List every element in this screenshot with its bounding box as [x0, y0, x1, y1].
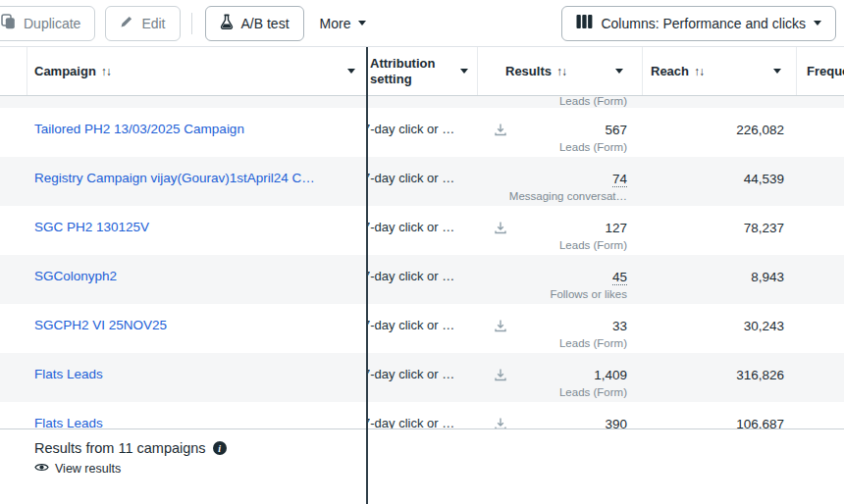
table-row[interactable]: Registry Campaign vijay(Gourav)1stApril2…: [0, 157, 844, 206]
table-row[interactable]: Leads (Form): [0, 96, 844, 108]
flask-icon: [220, 14, 234, 32]
reach-value: 226,082: [643, 122, 784, 138]
download-icon[interactable]: [495, 418, 506, 428]
chevron-down-icon[interactable]: [773, 69, 781, 74]
results-type-label: Follows or likes: [478, 288, 627, 301]
chevron-down-icon[interactable]: [347, 69, 355, 74]
columns-icon: [576, 15, 593, 31]
column-header-results[interactable]: Results ↑↓: [478, 47, 643, 95]
frequency-cell: [797, 108, 844, 157]
more-label: More: [320, 16, 351, 31]
campaign-link[interactable]: SGC PH2 130125V: [34, 220, 149, 234]
frozen-column-divider[interactable]: [366, 47, 368, 504]
table-row[interactable]: Flats Leads 7-day click or … 390 106,687: [0, 402, 844, 428]
column-header-frequency[interactable]: Frequency: [797, 47, 844, 95]
column-header-reach[interactable]: Reach ↑↓: [643, 47, 797, 95]
reach-cell: 78,237: [643, 206, 797, 255]
column-header-campaign[interactable]: Campaign ↑↓: [27, 47, 368, 95]
attribution-cell: 7-day click or …: [368, 157, 478, 206]
attribution-value: 7-day click or …: [368, 122, 454, 136]
campaign-cell: Flats Leads: [0, 353, 368, 402]
reach-cell: 44,539: [643, 157, 797, 206]
frequency-column-label: Frequency: [807, 64, 844, 78]
pencil-icon: [120, 15, 133, 31]
table-row[interactable]: SGColonyph2 7-day click or … 45 Follows …: [0, 255, 844, 304]
results-cell: 45 Follows or likes: [478, 255, 643, 304]
attribution-cell: [368, 96, 478, 108]
table-row[interactable]: SGC PH2 130125V 7-day click or … 127 Lea…: [0, 206, 844, 255]
sort-icon[interactable]: ↑↓: [556, 65, 566, 78]
campaign-link[interactable]: Flats Leads: [34, 416, 103, 428]
campaign-link[interactable]: Registry Campaign vijay(Gourav)1stApril2…: [34, 171, 315, 185]
table-row[interactable]: Flats Leads 7-day click or … 1,409 Leads…: [0, 353, 844, 402]
view-results-button[interactable]: View results: [34, 462, 844, 476]
select-all-cell[interactable]: [0, 47, 27, 95]
columns-label: Columns: Performance and clicks: [601, 16, 806, 31]
reach-cell: [643, 96, 797, 108]
chevron-down-icon: [814, 21, 821, 25]
attribution-cell: 7-day click or …: [368, 402, 478, 428]
attribution-value: 7-day click or …: [368, 220, 454, 234]
reach-value: 8,943: [643, 269, 784, 285]
frequency-cell: [797, 402, 844, 428]
attribution-value: 7-day click or …: [368, 171, 454, 185]
results-cell: 1,409 Leads (Form): [478, 353, 643, 402]
campaign-cell: SGColonyph2: [0, 255, 368, 304]
attribution-value: 7-day click or …: [368, 318, 454, 332]
more-button[interactable]: More: [310, 6, 377, 41]
results-type-label: Leads (Form): [478, 141, 627, 154]
reach-cell: 316,826: [643, 353, 797, 402]
reach-value: 78,237: [643, 220, 784, 236]
table-row[interactable]: Tailored PH2 13/03/2025 Campaign 7-day c…: [0, 108, 844, 157]
campaign-cell: [0, 96, 368, 108]
sort-icon[interactable]: ↑↓: [101, 65, 111, 78]
frequency-cell: [797, 206, 844, 255]
attribution-cell: 7-day click or …: [368, 304, 478, 353]
campaign-link[interactable]: Tailored PH2 13/03/2025 Campaign: [34, 122, 244, 136]
attribution-value: 7-day click or …: [368, 367, 454, 381]
chevron-down-icon[interactable]: [615, 69, 623, 74]
columns-dropdown-button[interactable]: Columns: Performance and clicks: [561, 6, 836, 41]
results-value: 45: [478, 269, 627, 285]
duplicate-icon: [1, 14, 16, 32]
reach-cell: 8,943: [643, 255, 797, 304]
campaign-link[interactable]: SGCPH2 VI 25NOV25: [34, 318, 167, 332]
results-cell: 74 Messaging conversat…: [478, 157, 643, 206]
campaign-cell: Registry Campaign vijay(Gourav)1stApril2…: [0, 157, 368, 206]
attribution-cell: 7-day click or …: [368, 255, 478, 304]
reach-value: 44,539: [643, 171, 784, 187]
ab-test-button[interactable]: A/B test: [205, 6, 304, 41]
view-results-label: View results: [55, 462, 121, 476]
attribution-value: 7-day click or …: [368, 269, 454, 283]
attribution-column-label: Attribution setting: [370, 56, 445, 87]
ads-manager-campaign-table: Duplicate Edit A/B test More Columns: Pe…: [0, 0, 844, 504]
results-cell: 33 Leads (Form): [478, 304, 643, 353]
chevron-down-icon: [358, 21, 366, 25]
sort-icon[interactable]: ↑↓: [694, 65, 704, 78]
results-footer: Results from 11 campaigns i View results: [0, 428, 844, 504]
download-icon[interactable]: [495, 369, 506, 384]
ab-test-label: A/B test: [241, 16, 290, 31]
campaign-cell: SGCPH2 VI 25NOV25: [0, 304, 368, 353]
toolbar: Duplicate Edit A/B test More Columns: Pe…: [0, 0, 844, 47]
attribution-cell: 7-day click or …: [368, 206, 478, 255]
download-icon[interactable]: [495, 222, 506, 237]
frequency-cell: [797, 353, 844, 402]
eye-icon: [34, 462, 49, 476]
results-type-label: Leads (Form): [478, 386, 627, 399]
info-icon[interactable]: i: [213, 441, 227, 455]
campaign-cell: Tailored PH2 13/03/2025 Campaign: [0, 108, 368, 157]
results-cell: 567 Leads (Form): [478, 108, 643, 157]
table-row[interactable]: SGCPH2 VI 25NOV25 7-day click or … 33 Le…: [0, 304, 844, 353]
download-icon[interactable]: [495, 124, 506, 139]
campaign-link[interactable]: Flats Leads: [34, 367, 103, 381]
duplicate-button[interactable]: Duplicate: [0, 6, 95, 41]
results-type-label: Leads (Form): [478, 337, 627, 350]
frequency-cell: [797, 255, 844, 304]
chevron-down-icon[interactable]: [460, 69, 468, 74]
edit-button[interactable]: Edit: [105, 6, 180, 41]
campaign-link[interactable]: SGColonyph2: [34, 269, 117, 283]
results-type-label: Leads (Form): [478, 239, 627, 252]
column-header-attribution[interactable]: Attribution setting: [368, 47, 478, 95]
download-icon[interactable]: [495, 320, 506, 335]
